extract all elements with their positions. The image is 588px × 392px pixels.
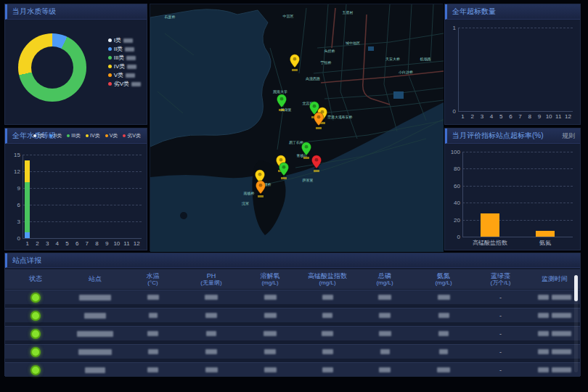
y-tick-label: 40 (454, 200, 460, 206)
panel-month-rate: 当月评价指标站点超标率(%) 规则 020406080100高锰酸盐指数氨氮 (444, 128, 581, 250)
legend-dot (33, 134, 36, 137)
algae-cell: - (473, 312, 528, 319)
map-station-pin[interactable] (311, 155, 322, 169)
bar-segment (536, 231, 555, 237)
value-cell (181, 313, 241, 318)
y-axis (462, 152, 463, 237)
table-row[interactable]: - (5, 362, 580, 377)
site-name-redacted (84, 313, 106, 319)
column-unit: (mg/L) (356, 279, 414, 286)
map-station-pin[interactable] (255, 180, 266, 195)
x-tick-label: 7 (518, 113, 521, 120)
value-redacted (438, 331, 449, 336)
rule-link[interactable]: 规则 (562, 128, 575, 143)
time-date-redacted (538, 313, 549, 318)
legend-item: IV类 (86, 132, 102, 139)
y-tick-label: 6 (17, 202, 20, 208)
x-axis (458, 111, 573, 112)
legend-value-redacted (126, 73, 135, 78)
legend-dot (105, 134, 108, 137)
value-cell (124, 295, 181, 300)
legend-label: II类 (54, 132, 62, 139)
column-unit: (万个/L) (473, 279, 528, 286)
map-station-pin[interactable] (313, 112, 324, 126)
x-tick-label: 1 (26, 240, 29, 247)
legend-label: III类 (71, 132, 81, 139)
value-redacted (322, 313, 332, 318)
panel-year-exceed: 全年超标数量 01123456789101112 (444, 4, 581, 125)
value-redacted (205, 313, 217, 318)
x-tick-label: 9 (105, 240, 108, 247)
table-row[interactable]: - (5, 308, 580, 322)
value-cell (124, 331, 181, 336)
x-tick-label: 高锰酸盐指数 (473, 239, 507, 247)
table-row[interactable]: - (5, 344, 580, 359)
value-cell (181, 349, 241, 354)
value-cell (414, 367, 473, 372)
legend-item: III类 (67, 132, 83, 139)
value-cell (241, 367, 299, 372)
value-cell (414, 349, 473, 354)
legend-label: V类 (110, 132, 118, 139)
table-scrollbar-thumb[interactable] (574, 275, 578, 301)
algae-value: - (499, 312, 502, 319)
value-redacted (379, 367, 391, 372)
map-pin-name-redacted (316, 127, 322, 129)
value-cell (124, 313, 181, 318)
legend-label: II类 (114, 45, 123, 53)
map-station-pin[interactable] (301, 142, 312, 156)
table-row[interactable]: - (5, 326, 580, 340)
map-pin-name-redacted (279, 109, 285, 111)
column-header: 蓝绿藻(万个/L) (473, 272, 528, 287)
legend-dot (108, 38, 112, 42)
map-station-pin[interactable] (289, 54, 301, 68)
map-station-pin[interactable] (278, 162, 290, 176)
value-cell (414, 331, 473, 336)
legend-label: V类 (114, 71, 123, 79)
x-tick-label: 12 (565, 113, 571, 120)
column-label: 总磷 (356, 272, 414, 279)
legend-label: I类 (114, 36, 121, 44)
status-ok-indicator (30, 311, 41, 321)
gridline (462, 203, 573, 203)
column-label: 溶解氧 (241, 272, 299, 279)
site-cell (66, 349, 124, 355)
column-label: 水温 (124, 272, 181, 279)
legend-value-redacted (131, 82, 141, 86)
column-unit: (mg/L) (299, 279, 356, 286)
algae-value: - (499, 330, 502, 338)
column-header: 监测时间 (528, 275, 581, 282)
value-cell (299, 367, 356, 372)
legend-dot (108, 65, 112, 68)
x-tick-label: 6 (75, 240, 78, 247)
status-ok-indicator (30, 329, 41, 339)
column-unit: (mg/L) (241, 279, 299, 286)
x-tick-label: 8 (95, 240, 98, 247)
value-cell (241, 313, 299, 318)
value-cell (124, 367, 181, 372)
table-row[interactable]: - (5, 290, 580, 304)
map-pin-name-redacted (292, 69, 298, 71)
value-cell (241, 331, 299, 336)
value-redacted (149, 313, 158, 318)
legend-value-redacted (127, 65, 136, 69)
status-cell (5, 365, 66, 375)
gridline (462, 168, 573, 169)
value-redacted (205, 367, 218, 372)
column-label: 状态 (5, 275, 66, 282)
value-redacted (147, 367, 158, 372)
value-redacted (264, 367, 277, 372)
algae-value: - (499, 367, 502, 374)
value-redacted (322, 367, 333, 372)
y-tick-label: 20 (454, 217, 460, 224)
x-axis (23, 238, 142, 239)
x-tick-label: 8 (528, 113, 531, 120)
column-header: 状态 (5, 275, 66, 282)
map[interactable]: 石度桥中宫区五星村头挂桥宁恒桥城中地区天安大桥机场路小白沙桥高浪西路观南大学北宫… (150, 4, 443, 251)
map-station-pin[interactable] (276, 94, 287, 108)
value-cell (299, 295, 356, 300)
panel-title: 当月评价指标站点超标率(%) (452, 131, 544, 139)
status-cell (5, 293, 66, 303)
x-tick-label: 12 (134, 240, 140, 247)
value-cell (356, 331, 414, 336)
